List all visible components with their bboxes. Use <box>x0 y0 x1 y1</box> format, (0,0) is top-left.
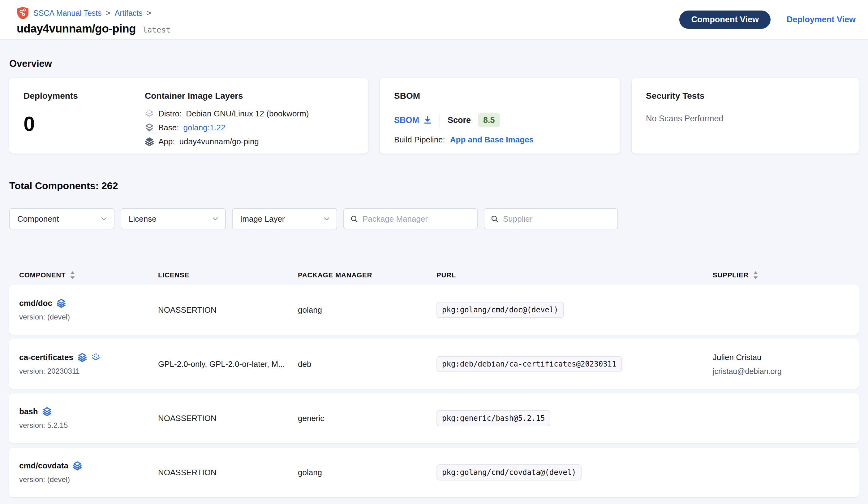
column-label: SUPPLIER <box>713 271 748 279</box>
base-label: Base: <box>158 123 179 132</box>
app-layers-icon <box>145 137 154 147</box>
breadcrumb-separator: > <box>106 9 110 17</box>
column-header-component[interactable]: COMPONENT <box>19 271 158 280</box>
sbom-card: SBOM SBOM Score 8.5 Build Pipeline: App … <box>380 78 620 153</box>
purl-badge: pkg:generic/bash@5.2.15 <box>436 410 550 426</box>
build-pipeline-label: Build Pipeline: <box>394 135 445 144</box>
security-tests-status: No Scans Performed <box>646 114 845 123</box>
column-label: PURL <box>436 271 456 279</box>
build-pipeline-link[interactable]: App and Base Images <box>450 135 534 144</box>
page-title: uday4vunnam/go-ping <box>17 22 136 35</box>
supplier-email: jcristau@debian.org <box>713 367 849 376</box>
package-manager-cell: golang <box>298 305 436 315</box>
breadcrumb-separator: > <box>147 9 151 17</box>
package-manager-cell: golang <box>298 468 436 477</box>
sort-icon[interactable] <box>70 271 75 280</box>
deployment-view-link[interactable]: Deployment View <box>787 15 856 24</box>
component-version: version: (devel) <box>19 475 158 484</box>
download-icon <box>423 115 432 125</box>
app-layer-badge-icon <box>56 299 66 308</box>
search-icon <box>490 215 499 223</box>
column-header-license: LICENSE <box>158 271 298 279</box>
column-label: PACKAGE MANAGER <box>298 271 372 279</box>
security-tests-card: Security Tests No Scans Performed <box>632 78 859 153</box>
breadcrumb-artifacts-link[interactable]: Artifacts <box>115 9 143 18</box>
deployments-count: 0 <box>23 112 145 135</box>
table-row[interactable]: ca-certificates version: 20230311 GPL-2.… <box>9 339 859 389</box>
breadcrumb-project-link[interactable]: SSCA Manual Tests <box>33 9 102 18</box>
purl-badge: pkg:deb/debian/ca-certificates@20230311 <box>436 356 622 372</box>
page-header: SSCA Manual Tests > Artifacts > uday4vun… <box>0 0 868 40</box>
component-filter-label: Component <box>17 214 59 224</box>
deployments-layers-card: Deployments 0 Container Image Layers Dis… <box>9 78 368 153</box>
distro-value: Debian GNU/Linux 12 (bookworm) <box>186 109 309 119</box>
supplier-name: Julien Cristau <box>713 353 849 362</box>
license-cell: NOASSERTION <box>158 468 298 477</box>
component-view-button[interactable]: Component View <box>679 11 771 29</box>
distro-label: Distro: <box>158 109 182 119</box>
package-manager-cell: generic <box>298 414 436 423</box>
sbom-download-link[interactable]: SBOM <box>394 115 432 125</box>
app-label: App: <box>158 137 175 147</box>
image-layer-filter-dropdown[interactable]: Image Layer <box>232 208 337 229</box>
component-name: bash <box>19 407 38 416</box>
component-version: version: 5.2.15 <box>19 421 158 430</box>
image-layers-title: Container Image Layers <box>145 91 354 101</box>
supplier-cell: Julien Cristau jcristau@debian.org <box>713 353 849 376</box>
app-layer-row: App: uday4vunnam/go-ping <box>145 137 354 147</box>
purl-badge: pkg:golang/cmd/covdata@(devel) <box>436 464 581 481</box>
distro-layer-badge-icon <box>91 353 101 362</box>
table-row[interactable]: cmd/doc version: (devel) NOASSERTION gol… <box>9 285 859 335</box>
component-name: ca-certificates <box>19 353 73 362</box>
deployments-title: Deployments <box>23 91 145 101</box>
view-toggle: Component View Deployment View <box>679 11 856 29</box>
sort-icon[interactable] <box>753 271 758 280</box>
component-name: cmd/covdata <box>19 461 68 471</box>
component-version: version: (devel) <box>19 313 158 321</box>
distro-layer-row: Distro: Debian GNU/Linux 12 (bookworm) <box>145 109 354 119</box>
column-header-package-manager: PACKAGE MANAGER <box>298 271 436 279</box>
table-header: COMPONENT LICENSE PACKAGE MANAGER PURL S… <box>9 271 859 280</box>
component-name: cmd/doc <box>19 299 52 308</box>
chevron-down-icon <box>323 215 330 223</box>
column-label: LICENSE <box>158 271 189 279</box>
column-header-supplier[interactable]: SUPPLIER <box>713 271 849 280</box>
sbom-score-label: Score <box>448 115 471 125</box>
package-manager-search <box>343 208 478 229</box>
app-value: uday4vunnam/go-ping <box>179 137 259 147</box>
base-layers-icon <box>145 123 154 132</box>
purl-badge: pkg:golang/cmd/doc@(devel) <box>436 302 564 318</box>
sbom-score-badge: 8.5 <box>478 113 500 127</box>
component-filter-dropdown[interactable]: Component <box>9 208 114 229</box>
supplier-search-input[interactable] <box>503 214 611 224</box>
app-layer-badge-icon <box>42 407 52 416</box>
filters-row: Component License Image Layer <box>9 208 859 229</box>
search-icon <box>350 215 358 223</box>
overview-heading: Overview <box>9 58 859 69</box>
app-layer-badge-icon <box>78 353 87 362</box>
component-version: version: 20230311 <box>19 367 158 375</box>
distro-layers-icon <box>145 109 154 119</box>
vertical-divider <box>440 113 440 128</box>
app-layer-badge-icon <box>73 461 82 471</box>
package-manager-cell: deb <box>298 360 436 369</box>
license-filter-dropdown[interactable]: License <box>121 208 226 229</box>
artifact-tag: latest <box>143 26 170 34</box>
supplier-search <box>484 208 618 229</box>
table-row[interactable]: cmd/covdata version: (devel) NOASSERTION… <box>9 448 859 497</box>
column-label: COMPONENT <box>19 271 65 279</box>
base-image-link[interactable]: golang:1.22 <box>184 123 226 132</box>
column-header-purl: PURL <box>436 271 713 279</box>
license-cell: NOASSERTION <box>158 414 298 423</box>
image-layer-filter-label: Image Layer <box>240 214 285 224</box>
ssca-module-shield-icon <box>17 6 29 20</box>
sbom-download-label: SBOM <box>394 115 419 125</box>
license-filter-label: License <box>129 214 156 224</box>
package-manager-search-input[interactable] <box>363 214 471 224</box>
base-layer-row: Base: golang:1.22 <box>145 123 354 132</box>
chevron-down-icon <box>100 215 108 223</box>
sbom-title: SBOM <box>394 91 606 101</box>
chevron-down-icon <box>211 215 219 223</box>
total-components-heading: Total Components: 262 <box>9 180 859 192</box>
table-row[interactable]: bash version: 5.2.15 NOASSERTION generic… <box>9 393 859 443</box>
